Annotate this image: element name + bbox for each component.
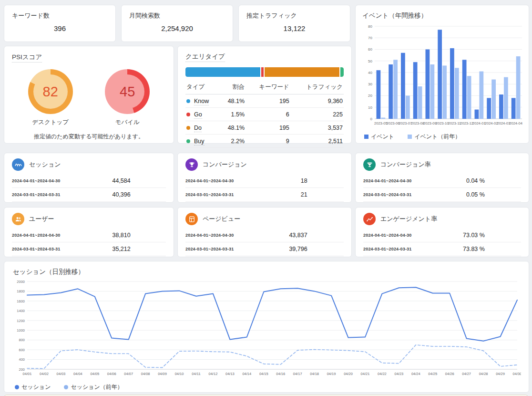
query-type-label[interactable]: Know [194, 98, 209, 105]
x-tick-label: 2023-07 [399, 121, 412, 125]
metric-value: 21 [301, 191, 307, 198]
metric-value: 73.83 % [463, 246, 485, 252]
x-tick-label: 04/24 [411, 372, 420, 376]
metric-card: ユーザー2024-04-01~2024-04-3038,8102024-03-0… [4, 207, 174, 257]
psi-score-card: PSIスコア 82デスクトップ45モバイル 推定値のため変動する可能性があります… [4, 46, 174, 144]
psi-gauge-ring: 82 [28, 69, 73, 114]
metric-value: 0.04 % [466, 177, 485, 184]
metric-period: 2024-03-01~2024-03-31 [363, 247, 412, 251]
metric-period: 2024-04-01~2024-04-30 [363, 233, 412, 238]
psi-gauge-score: 82 [33, 74, 68, 109]
x-tick-label: 04/10 [175, 372, 184, 376]
x-tick-label: 2024-02 [485, 121, 498, 125]
query-type-card: クエリタイプ タイプ 割合 キーワード トラフィック Know48.1%1959… [177, 46, 352, 144]
bar-current [487, 98, 491, 119]
metric-card: エンゲージメント率2024-04-01~2024-04-3073.03 %202… [355, 207, 529, 257]
zigzag-chart-icon [363, 213, 376, 225]
session-chart-legend: セッションセッション（前年） [15, 383, 520, 391]
metric-row: 2024-04-01~2024-04-3044,584 [12, 174, 166, 188]
session-chart-title: セッション（日別推移） [13, 268, 84, 276]
metric-rows: 2024-04-01~2024-04-30182024-03-01~2024-0… [185, 174, 344, 202]
metric-card-title: コンバージョン率 [380, 160, 431, 169]
metric-rows: 2024-04-01~2024-04-3044,5842024-03-01~20… [12, 174, 166, 202]
psi-gauge: 82デスクトップ [28, 69, 73, 126]
x-tick-label: 2023-10 [436, 121, 449, 125]
query-type-title[interactable]: クエリタイプ [185, 53, 225, 62]
x-tick-label: 04/18 [310, 372, 319, 376]
bar-previous [504, 77, 508, 119]
metric-value: 35,212 [112, 246, 130, 252]
query-type-cell-traffic: 3,537 [290, 121, 344, 135]
x-tick-label: 04/20 [344, 372, 353, 376]
bar-previous [406, 96, 410, 119]
psi-score-title[interactable]: PSIスコア [12, 53, 42, 63]
metric-value: 38,810 [112, 232, 130, 239]
legend-item: イベント（前年） [408, 133, 460, 141]
y-tick-label: 400 [19, 358, 25, 362]
users-icon [12, 213, 24, 225]
metric-row: 2024-04-01~2024-04-3043,837 [185, 229, 344, 242]
query-type-cell-traffic: 9,360 [290, 94, 344, 108]
type-color-dot-icon [186, 113, 190, 116]
metric-card-title: エンゲージメント率 [380, 215, 437, 223]
query-type-row: Buy2.2%92,511 [185, 135, 344, 148]
metric-card-title: ユーザー [29, 215, 54, 223]
type-color-dot-icon [186, 99, 190, 103]
x-tick-label: 04/29 [496, 372, 505, 376]
x-tick-label: 04/28 [479, 372, 488, 376]
bar-previous [516, 56, 521, 119]
y-tick-label: 200 [19, 367, 25, 372]
metric-card: コンバージョン2024-04-01~2024-04-30182024-03-01… [177, 153, 352, 203]
bar-current [475, 110, 479, 119]
session-daily-chart-card: セッション（日別推移） 2004006008001000120014001600… [4, 261, 529, 393]
x-tick-label: 04/26 [445, 372, 454, 376]
y-tick-label: 1800 [17, 289, 25, 293]
x-tick-label: 2023-08 [411, 121, 424, 125]
psi-gauge-score: 45 [110, 74, 144, 109]
bar-current [413, 62, 418, 119]
kpi-label: キーワード数 [12, 11, 108, 20]
psi-gauge: 45モバイル [105, 69, 150, 126]
x-tick-label: 04/09 [158, 372, 167, 376]
metric-rows: 2024-04-01~2024-04-300.04 %2024-03-01~20… [363, 174, 521, 202]
query-type-cell-traffic: 2,511 [290, 135, 344, 148]
query-type-label[interactable]: Buy [194, 138, 205, 146]
seo-analytics-dashboard: キーワード数 396 月間検索数 2,254,920 推定トラフィック 13,1… [0, 0, 532, 396]
metric-value: 39,796 [289, 246, 307, 252]
kpi-card-monthly-searches: 月間検索数 2,254,920 [121, 5, 233, 42]
query-type-cell-traffic: 225 [290, 108, 344, 121]
query-type-cell-keywords: 6 [246, 108, 290, 121]
x-tick-label: 04/13 [225, 372, 235, 376]
stacked-bar-segment [185, 67, 260, 77]
query-type-label[interactable]: Do [194, 125, 202, 132]
metric-row: 2024-04-01~2024-04-3018 [185, 174, 344, 188]
query-type-cell-share: 48.1% [219, 121, 246, 135]
metric-card-title: ページビュー [203, 215, 240, 223]
metric-value: 18 [301, 177, 307, 184]
query-type-cell-type: Go [185, 108, 219, 121]
metric-row: 2024-04-01~2024-04-300.04 % [363, 174, 521, 188]
y-tick-label: 1000 [17, 328, 25, 333]
query-type-stacked-bar [185, 67, 344, 77]
query-type-cell-keywords: 195 [246, 121, 290, 135]
x-tick-label: 04/17 [293, 372, 302, 376]
legend-item: イベント [364, 133, 394, 141]
legend-marker-icon [364, 135, 368, 139]
x-tick-label: 04/01 [23, 372, 32, 376]
y-tick-label: 1400 [17, 309, 25, 313]
x-tick-label: 04/06 [107, 372, 116, 376]
column-header-traffic: トラフィック [290, 80, 344, 94]
metric-period: 2024-03-01~2024-03-31 [363, 192, 412, 197]
x-tick-label: 04/11 [192, 372, 200, 376]
x-tick-label: 04/30 [513, 372, 521, 376]
column-header-type: タイプ [185, 80, 219, 94]
x-tick-label: 04/02 [40, 372, 49, 376]
metric-row: 2024-03-01~2024-03-3121 [185, 188, 344, 202]
metric-card: セッション2024-04-01~2024-04-3044,5842024-03-… [4, 153, 174, 203]
query-type-label[interactable]: Go [194, 111, 202, 119]
event-chart-title: イベント（年間推移） [362, 12, 427, 20]
y-tick-label: 0 [370, 117, 373, 121]
bar-current [377, 70, 381, 119]
trophy-icon [185, 158, 198, 171]
bar-previous [418, 86, 422, 119]
